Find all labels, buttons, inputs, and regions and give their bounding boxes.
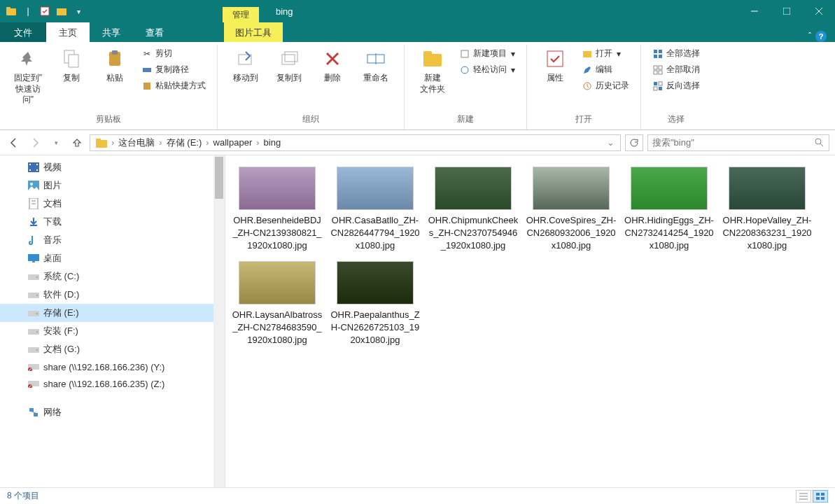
collapse-ribbon-icon[interactable]: ˆ xyxy=(808,31,811,41)
desktop-icon xyxy=(28,253,39,264)
tree-item-13[interactable]: 网络 xyxy=(0,403,225,421)
easy-access-button[interactable]: 轻松访问▾ xyxy=(456,62,518,77)
svg-rect-5 xyxy=(783,8,790,15)
tree-item-label: 文档 xyxy=(43,197,62,210)
close-button[interactable] xyxy=(803,0,835,22)
drive-icon xyxy=(28,326,39,337)
tab-home[interactable]: 主页 xyxy=(46,22,90,42)
tree-item-11[interactable]: share (\\192.168.166.236) (Y:) xyxy=(0,358,225,375)
breadcrumb-2[interactable]: wallpaper xyxy=(209,137,257,148)
folder-icon xyxy=(92,138,111,148)
delete-icon xyxy=(321,48,344,70)
back-button[interactable] xyxy=(6,134,22,151)
address-dropdown[interactable]: ⌄ xyxy=(603,137,619,148)
tree-item-label: 安装 (F:) xyxy=(43,325,78,337)
tree-item-12[interactable]: share (\\192.168.166.235) (Z:) xyxy=(0,375,225,392)
paste-shortcut-button[interactable]: 粘贴快捷方式 xyxy=(139,78,209,93)
search-icon[interactable] xyxy=(815,138,825,148)
file-name: OHR.HidingEggs_ZH-CN2732414254_1920x1080… xyxy=(623,214,715,253)
tree-item-5[interactable]: 桌面 xyxy=(0,249,225,267)
file-name: OHR.CasaBatllo_ZH-CN2826447794_1920x1080… xyxy=(329,214,421,253)
edit-button[interactable]: 编辑 xyxy=(579,62,632,77)
breadcrumb-1[interactable]: 存储 (E:) xyxy=(162,136,206,149)
svg-point-59 xyxy=(36,295,38,296)
paste-button[interactable]: 粘贴 xyxy=(94,45,136,87)
tree-item-label: 桌面 xyxy=(43,252,62,265)
properties-icon[interactable] xyxy=(38,4,52,18)
up-button[interactable] xyxy=(69,134,85,151)
file-name: OHR.Paepalanthus_ZH-CN2626725103_1920x10… xyxy=(329,309,421,347)
file-name: OHR.CoveSpires_ZH-CN2680932006_1920x1080… xyxy=(525,214,617,253)
file-item[interactable]: OHR.CasaBatllo_ZH-CN2826447794_1920x1080… xyxy=(329,167,421,253)
tree-item-6[interactable]: 系统 (C:) xyxy=(0,267,225,286)
tree-item-2[interactable]: 文档 xyxy=(0,195,225,213)
tree-item-0[interactable]: 视频 xyxy=(0,158,225,176)
move-to-button[interactable]: 移动到 xyxy=(225,45,267,87)
details-view-button[interactable] xyxy=(796,490,811,503)
item-count: 8 个项目 xyxy=(7,490,39,502)
maximize-button[interactable] xyxy=(771,0,803,22)
copy-to-button[interactable]: 复制到 xyxy=(268,45,310,87)
help-icon[interactable]: ? xyxy=(815,31,827,42)
file-item[interactable]: OHR.CoveSpires_ZH-CN2680932006_1920x1080… xyxy=(525,167,617,253)
tree-item-3[interactable]: 下载 xyxy=(0,213,225,231)
recent-dropdown[interactable]: ▾ xyxy=(48,134,64,151)
rename-button[interactable]: 重命名 xyxy=(355,45,397,87)
history-button[interactable]: 历史记录 xyxy=(579,78,632,93)
svg-rect-28 xyxy=(654,50,657,53)
svg-rect-11 xyxy=(112,50,118,55)
file-thumbnail xyxy=(239,261,316,304)
qat-dropdown-icon[interactable]: ▾ xyxy=(71,4,85,18)
open-button[interactable]: 打开▾ xyxy=(579,46,632,61)
tab-file[interactable]: 文件 xyxy=(0,22,46,42)
search-box[interactable] xyxy=(647,134,829,151)
sidebar-scrollbar[interactable] xyxy=(213,155,225,487)
cut-button[interactable]: ✂剪切 xyxy=(139,46,209,61)
tree-item-1[interactable]: 图片 xyxy=(0,176,225,195)
breadcrumb-3[interactable]: bing xyxy=(260,137,286,148)
folder-small-icon[interactable] xyxy=(55,4,69,18)
new-item-button[interactable]: 新建项目▾ xyxy=(456,46,518,61)
pin-to-quickaccess-button[interactable]: 固定到" 快速访问" xyxy=(7,45,49,108)
tree-item-8[interactable]: 存储 (E:) xyxy=(0,304,225,322)
copy-path-button[interactable]: 复制路径 xyxy=(139,62,209,77)
thumbnails-view-button[interactable] xyxy=(813,490,828,503)
file-view[interactable]: OHR.BesenheideBDJ_ZH-CN2139380821_1920x1… xyxy=(225,155,835,487)
tree-item-7[interactable]: 软件 (D:) xyxy=(0,286,225,304)
open-icon xyxy=(582,48,593,59)
path-icon xyxy=(141,64,153,76)
select-none-button[interactable]: 全部取消 xyxy=(650,62,703,77)
invert-selection-button[interactable]: 反向选择 xyxy=(650,78,703,93)
tree-item-9[interactable]: 安装 (F:) xyxy=(0,322,225,340)
minimize-button[interactable] xyxy=(738,0,771,22)
properties-button[interactable]: 属性 xyxy=(534,45,576,87)
status-bar: 8 个项目 xyxy=(0,487,835,504)
tree-item-10[interactable]: 文档 (G:) xyxy=(0,340,225,358)
file-item[interactable]: OHR.BesenheideBDJ_ZH-CN2139380821_1920x1… xyxy=(231,167,323,253)
file-item[interactable]: OHR.ChipmunkCheeks_ZH-CN2370754946_1920x… xyxy=(427,167,519,253)
delete-button[interactable]: 删除 xyxy=(311,45,353,87)
tab-view[interactable]: 查看 xyxy=(133,22,176,42)
refresh-button[interactable] xyxy=(625,134,643,151)
file-item[interactable]: OHR.HidingEggs_ZH-CN2732414254_1920x1080… xyxy=(623,167,715,253)
tree-item-label: 音乐 xyxy=(43,234,62,246)
search-input[interactable] xyxy=(652,137,815,148)
file-item[interactable]: OHR.Paepalanthus_ZH-CN2626725103_1920x10… xyxy=(329,261,421,347)
tab-picture-tools[interactable]: 图片工具 xyxy=(224,22,283,42)
file-thumbnail xyxy=(631,167,708,210)
qat-separator: | xyxy=(21,4,35,18)
tab-share[interactable]: 共享 xyxy=(90,22,133,42)
forward-button[interactable] xyxy=(27,134,43,151)
breadcrumb-0[interactable]: 这台电脑 xyxy=(114,136,159,149)
select-all-button[interactable]: 全部选择 xyxy=(650,46,703,61)
svg-rect-35 xyxy=(659,71,662,74)
address-bar[interactable]: › 这台电脑 › 存储 (E:) › wallpaper › bing ⌄ xyxy=(90,134,621,151)
svg-rect-31 xyxy=(659,55,662,58)
file-item[interactable]: OHR.LaysanAlbatross_ZH-CN2784683590_1920… xyxy=(231,261,323,347)
select-none-icon xyxy=(652,64,664,76)
tree-item-4[interactable]: 音乐 xyxy=(0,231,225,249)
ribbon-group-clipboard: 固定到" 快速访问" 复制 粘贴 ✂剪切 复制路径 粘贴快捷方式 剪贴板 xyxy=(0,45,218,130)
copy-button[interactable]: 复制 xyxy=(50,45,92,87)
file-item[interactable]: OHR.HopeValley_ZH-CN2208363231_1920x1080… xyxy=(721,167,813,253)
new-folder-button[interactable]: 新建 文件夹 xyxy=(412,45,454,97)
